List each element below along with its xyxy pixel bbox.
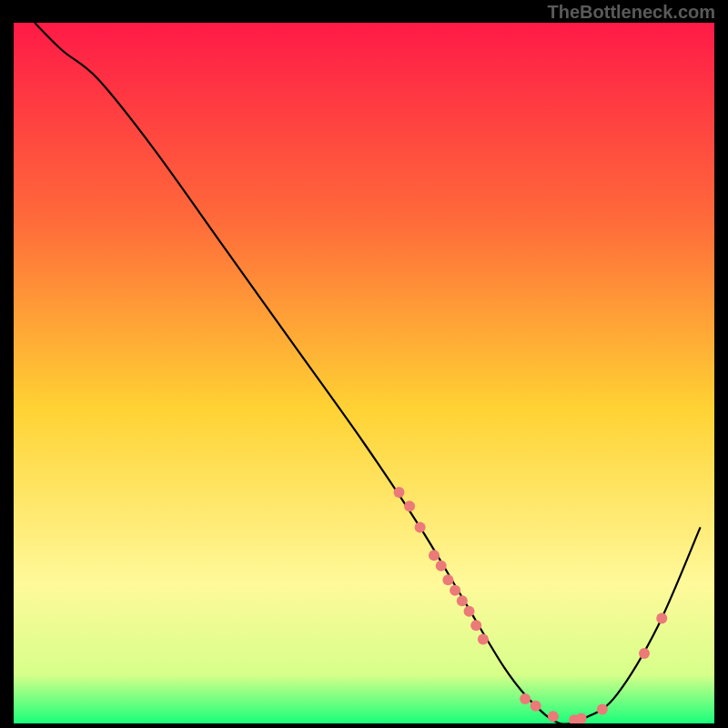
highlight-dot (531, 701, 541, 712)
highlight-dot (597, 704, 608, 715)
chart-container: TheBottleneck.com (0, 0, 728, 728)
highlight-dot (470, 620, 481, 631)
highlight-dot (415, 521, 426, 532)
highlight-dot (457, 595, 468, 606)
highlight-dot (639, 648, 650, 659)
highlight-dot (450, 585, 460, 596)
highlight-dot (429, 550, 440, 561)
highlight-dot (478, 634, 489, 645)
highlight-dot (442, 574, 453, 585)
highlight-dot (464, 606, 475, 617)
highlight-dot (520, 693, 531, 704)
bottleneck-chart (14, 23, 714, 723)
highlight-dot (436, 561, 447, 571)
plot-area (14, 23, 714, 723)
highlight-dot (656, 613, 667, 624)
gradient-background (14, 23, 714, 723)
highlight-dot (404, 500, 415, 511)
watermark-text: TheBottleneck.com (548, 2, 715, 23)
highlight-dot (394, 487, 405, 498)
highlight-dot (548, 711, 559, 722)
